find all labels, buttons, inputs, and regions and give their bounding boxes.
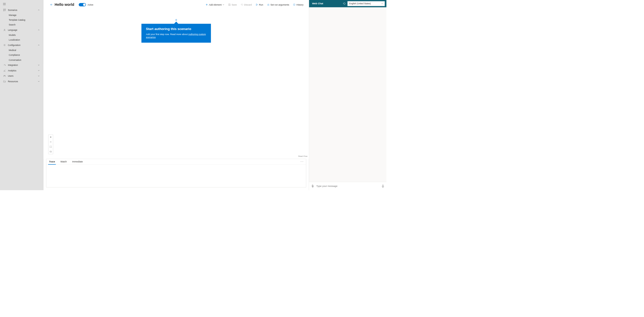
mic-button[interactable] [382,184,384,188]
svg-point-6 [4,75,5,76]
button-label: Set run arguments [270,4,289,6]
language-selector[interactable]: English (United States) [347,1,385,6]
svg-point-4 [4,45,5,45]
nav-sub-medical[interactable]: Medical [0,48,43,53]
nav-sub-manage[interactable]: Manage [0,13,43,17]
webchat-input-bar [309,182,386,190]
tab-watch[interactable]: Watch [58,159,70,164]
active-toggle-label: Active [88,4,93,6]
scenario-canvas[interactable]: Start authoring this scenario Add your f… [43,9,309,159]
nav-group-resources[interactable]: Resources [0,79,43,84]
canvas-attribution: React Flow [298,155,307,157]
chevron-up-icon [38,9,40,11]
save-button: Save [227,3,239,7]
chevron-down-icon [38,75,40,77]
add-step-node[interactable] [175,18,178,21]
nav-group-users[interactable]: Users [0,73,43,79]
nav-sub-models[interactable]: Models [0,33,43,38]
add-element-button[interactable]: Add element [204,3,226,7]
svg-rect-2 [4,10,4,11]
nav-group-scenarios[interactable]: Scenarios [0,7,43,13]
attach-button[interactable] [311,184,314,188]
discard-button: Discard [239,3,254,7]
svg-rect-1 [5,9,6,10]
callout-body: Add your first step now. Read more about… [146,33,206,39]
webchat-panel: Web Chat English (United States) [309,0,386,190]
svg-point-3 [4,29,5,30]
nav-sub-localization[interactable]: Localization [0,38,43,42]
bottom-tabs: Trace Watch Immediate ··· [46,159,306,165]
analytics-icon [3,69,7,72]
panel-more-button[interactable]: ··· [298,160,306,163]
zoom-out-button[interactable] [48,139,53,144]
minimap-button[interactable] [48,149,53,154]
restart-conversation-button[interactable] [343,2,346,5]
hamburger-menu[interactable] [0,2,43,7]
page-title: Hello world [55,3,74,7]
webchat-title: Web Chat [312,2,323,5]
zoom-in-button[interactable] [48,135,53,139]
chevron-down-icon [38,64,40,66]
bug-icon [267,4,270,6]
scenarios-icon [3,9,7,11]
chevron-up-icon [38,29,40,31]
callout-body-text: Add your first step now. Read more about [146,33,188,36]
language-value: English (United States) [349,3,371,5]
run-button[interactable]: Run [254,3,265,7]
chevron-up-icon [38,44,40,46]
nav-label: Resources [8,80,38,83]
button-label: Run [259,4,263,6]
nav-label: Scenarios [8,9,38,11]
nav-label: Integration [8,64,38,66]
users-icon [3,75,7,77]
language-icon [3,29,7,31]
webchat-transcript [309,7,386,182]
chevron-down-icon [38,80,40,82]
nav-group-configuration[interactable]: Configuration [0,42,43,48]
svg-point-8 [268,4,269,6]
button-label: History [296,4,303,6]
nav-label: Language [8,29,38,31]
undo-icon [241,4,243,6]
save-icon [228,4,231,6]
nav-label: Users [8,75,38,77]
button-label: Save [232,4,237,6]
folder-icon [3,80,7,83]
chevron-down-icon [222,4,224,6]
main-area: Hello world Active Add element Save Disc… [43,0,309,190]
back-button[interactable] [49,3,53,6]
nav-label: Analytics [8,69,38,72]
svg-rect-0 [4,9,4,10]
chevron-down-icon [381,3,383,5]
svg-point-7 [5,75,5,76]
tab-immediate[interactable]: Immediate [69,159,86,164]
nav-group-language[interactable]: Language [0,27,43,33]
nav-sub-compliance[interactable]: Compliance [0,53,43,57]
play-icon [256,4,258,6]
fit-view-button[interactable] [48,144,53,149]
sidebar: Scenarios Manage Template Catalog Search… [0,0,43,190]
callout-title: Start authoring this scenario [146,27,206,31]
webchat-header: Web Chat English (United States) [309,0,386,7]
button-label: Add element [209,4,222,6]
history-icon [293,4,296,6]
plus-icon [206,4,208,6]
history-button[interactable]: History [291,3,305,7]
panel-body [46,165,306,187]
tab-trace[interactable]: Trace [46,159,58,164]
authoring-callout: Start authoring this scenario Add your f… [141,24,211,43]
nav-sub-conversation[interactable]: Conversation [0,57,43,62]
nav-group-integration[interactable]: Integration [0,62,43,68]
nav-sub-search[interactable]: Search [0,22,43,27]
zoom-controls [48,134,53,154]
nav-group-analytics[interactable]: Analytics [0,68,43,73]
integration-icon [3,64,7,66]
gear-icon [3,44,7,46]
active-toggle[interactable] [79,3,86,6]
nav-sub-template-catalog[interactable]: Template Catalog [0,18,43,22]
set-run-arguments-button[interactable]: Set run arguments [265,3,291,7]
bottom-panel: Trace Watch Immediate ··· [46,159,306,187]
svg-rect-10 [382,185,383,187]
topbar: Hello world Active Add element Save Disc… [43,0,309,9]
message-input[interactable] [316,185,379,188]
